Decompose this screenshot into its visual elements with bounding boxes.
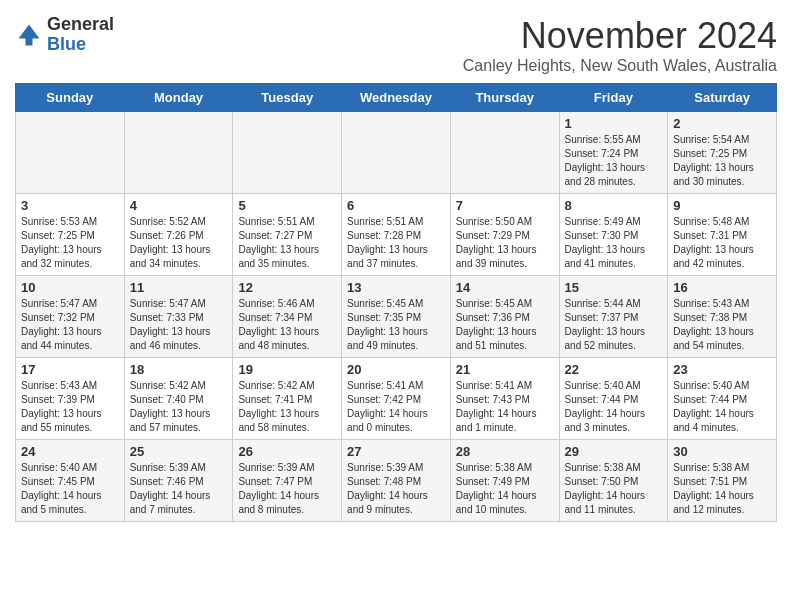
calendar-cell: 22Sunrise: 5:40 AMSunset: 7:44 PMDayligh… (559, 358, 668, 440)
calendar-cell: 11Sunrise: 5:47 AMSunset: 7:33 PMDayligh… (124, 276, 233, 358)
calendar-cell: 27Sunrise: 5:39 AMSunset: 7:48 PMDayligh… (342, 440, 451, 522)
calendar-cell: 25Sunrise: 5:39 AMSunset: 7:46 PMDayligh… (124, 440, 233, 522)
calendar-table: SundayMondayTuesdayWednesdayThursdayFrid… (15, 83, 777, 522)
weekday-header-row: SundayMondayTuesdayWednesdayThursdayFrid… (16, 84, 777, 112)
weekday-header: Wednesday (342, 84, 451, 112)
calendar-cell (342, 112, 451, 194)
logo-text: General Blue (47, 15, 114, 55)
day-info: Sunrise: 5:49 AMSunset: 7:30 PMDaylight:… (565, 215, 663, 271)
title-block: November 2024 Canley Heights, New South … (463, 15, 777, 75)
day-info: Sunrise: 5:44 AMSunset: 7:37 PMDaylight:… (565, 297, 663, 353)
day-number: 2 (673, 116, 771, 131)
calendar-cell: 3Sunrise: 5:53 AMSunset: 7:25 PMDaylight… (16, 194, 125, 276)
day-number: 9 (673, 198, 771, 213)
day-info: Sunrise: 5:45 AMSunset: 7:36 PMDaylight:… (456, 297, 554, 353)
page-header: General Blue November 2024 Canley Height… (15, 15, 777, 75)
day-number: 19 (238, 362, 336, 377)
calendar-cell: 13Sunrise: 5:45 AMSunset: 7:35 PMDayligh… (342, 276, 451, 358)
day-number: 28 (456, 444, 554, 459)
month-title: November 2024 (463, 15, 777, 57)
day-info: Sunrise: 5:54 AMSunset: 7:25 PMDaylight:… (673, 133, 771, 189)
calendar-cell: 24Sunrise: 5:40 AMSunset: 7:45 PMDayligh… (16, 440, 125, 522)
calendar-cell: 23Sunrise: 5:40 AMSunset: 7:44 PMDayligh… (668, 358, 777, 440)
day-number: 7 (456, 198, 554, 213)
day-info: Sunrise: 5:51 AMSunset: 7:27 PMDaylight:… (238, 215, 336, 271)
calendar-cell: 8Sunrise: 5:49 AMSunset: 7:30 PMDaylight… (559, 194, 668, 276)
calendar-cell: 30Sunrise: 5:38 AMSunset: 7:51 PMDayligh… (668, 440, 777, 522)
day-info: Sunrise: 5:46 AMSunset: 7:34 PMDaylight:… (238, 297, 336, 353)
day-info: Sunrise: 5:40 AMSunset: 7:44 PMDaylight:… (673, 379, 771, 435)
weekday-header: Sunday (16, 84, 125, 112)
day-info: Sunrise: 5:43 AMSunset: 7:39 PMDaylight:… (21, 379, 119, 435)
calendar-cell: 15Sunrise: 5:44 AMSunset: 7:37 PMDayligh… (559, 276, 668, 358)
calendar-cell: 20Sunrise: 5:41 AMSunset: 7:42 PMDayligh… (342, 358, 451, 440)
day-number: 1 (565, 116, 663, 131)
day-number: 26 (238, 444, 336, 459)
day-number: 12 (238, 280, 336, 295)
day-number: 5 (238, 198, 336, 213)
day-info: Sunrise: 5:41 AMSunset: 7:43 PMDaylight:… (456, 379, 554, 435)
logo-general: General (47, 14, 114, 34)
calendar-week-row: 24Sunrise: 5:40 AMSunset: 7:45 PMDayligh… (16, 440, 777, 522)
calendar-week-row: 1Sunrise: 5:55 AMSunset: 7:24 PMDaylight… (16, 112, 777, 194)
calendar-cell: 6Sunrise: 5:51 AMSunset: 7:28 PMDaylight… (342, 194, 451, 276)
day-number: 16 (673, 280, 771, 295)
weekday-header: Friday (559, 84, 668, 112)
logo-blue: Blue (47, 34, 86, 54)
day-info: Sunrise: 5:51 AMSunset: 7:28 PMDaylight:… (347, 215, 445, 271)
day-number: 25 (130, 444, 228, 459)
logo-icon (15, 21, 43, 49)
day-info: Sunrise: 5:39 AMSunset: 7:46 PMDaylight:… (130, 461, 228, 517)
calendar-cell: 26Sunrise: 5:39 AMSunset: 7:47 PMDayligh… (233, 440, 342, 522)
calendar-cell: 2Sunrise: 5:54 AMSunset: 7:25 PMDaylight… (668, 112, 777, 194)
svg-marker-0 (19, 24, 40, 45)
day-number: 22 (565, 362, 663, 377)
day-number: 20 (347, 362, 445, 377)
day-info: Sunrise: 5:41 AMSunset: 7:42 PMDaylight:… (347, 379, 445, 435)
calendar-cell: 16Sunrise: 5:43 AMSunset: 7:38 PMDayligh… (668, 276, 777, 358)
weekday-header: Monday (124, 84, 233, 112)
day-info: Sunrise: 5:42 AMSunset: 7:41 PMDaylight:… (238, 379, 336, 435)
day-info: Sunrise: 5:42 AMSunset: 7:40 PMDaylight:… (130, 379, 228, 435)
calendar-cell: 21Sunrise: 5:41 AMSunset: 7:43 PMDayligh… (450, 358, 559, 440)
calendar-cell: 1Sunrise: 5:55 AMSunset: 7:24 PMDaylight… (559, 112, 668, 194)
day-number: 11 (130, 280, 228, 295)
day-number: 6 (347, 198, 445, 213)
day-info: Sunrise: 5:43 AMSunset: 7:38 PMDaylight:… (673, 297, 771, 353)
day-number: 3 (21, 198, 119, 213)
day-info: Sunrise: 5:40 AMSunset: 7:45 PMDaylight:… (21, 461, 119, 517)
day-number: 15 (565, 280, 663, 295)
day-number: 10 (21, 280, 119, 295)
day-number: 14 (456, 280, 554, 295)
day-info: Sunrise: 5:38 AMSunset: 7:49 PMDaylight:… (456, 461, 554, 517)
day-number: 24 (21, 444, 119, 459)
calendar-cell: 12Sunrise: 5:46 AMSunset: 7:34 PMDayligh… (233, 276, 342, 358)
location-subtitle: Canley Heights, New South Wales, Austral… (463, 57, 777, 75)
day-info: Sunrise: 5:55 AMSunset: 7:24 PMDaylight:… (565, 133, 663, 189)
calendar-cell (450, 112, 559, 194)
calendar-cell: 18Sunrise: 5:42 AMSunset: 7:40 PMDayligh… (124, 358, 233, 440)
logo: General Blue (15, 15, 114, 55)
day-number: 30 (673, 444, 771, 459)
weekday-header: Tuesday (233, 84, 342, 112)
calendar-cell: 7Sunrise: 5:50 AMSunset: 7:29 PMDaylight… (450, 194, 559, 276)
day-number: 27 (347, 444, 445, 459)
calendar-cell (16, 112, 125, 194)
day-info: Sunrise: 5:39 AMSunset: 7:48 PMDaylight:… (347, 461, 445, 517)
day-info: Sunrise: 5:45 AMSunset: 7:35 PMDaylight:… (347, 297, 445, 353)
calendar-cell: 5Sunrise: 5:51 AMSunset: 7:27 PMDaylight… (233, 194, 342, 276)
day-info: Sunrise: 5:38 AMSunset: 7:50 PMDaylight:… (565, 461, 663, 517)
calendar-cell: 19Sunrise: 5:42 AMSunset: 7:41 PMDayligh… (233, 358, 342, 440)
calendar-cell: 9Sunrise: 5:48 AMSunset: 7:31 PMDaylight… (668, 194, 777, 276)
day-number: 21 (456, 362, 554, 377)
calendar-week-row: 3Sunrise: 5:53 AMSunset: 7:25 PMDaylight… (16, 194, 777, 276)
day-number: 8 (565, 198, 663, 213)
day-number: 29 (565, 444, 663, 459)
weekday-header: Thursday (450, 84, 559, 112)
calendar-cell: 10Sunrise: 5:47 AMSunset: 7:32 PMDayligh… (16, 276, 125, 358)
calendar-cell: 29Sunrise: 5:38 AMSunset: 7:50 PMDayligh… (559, 440, 668, 522)
calendar-cell: 14Sunrise: 5:45 AMSunset: 7:36 PMDayligh… (450, 276, 559, 358)
day-info: Sunrise: 5:52 AMSunset: 7:26 PMDaylight:… (130, 215, 228, 271)
calendar-cell: 28Sunrise: 5:38 AMSunset: 7:49 PMDayligh… (450, 440, 559, 522)
calendar-cell (233, 112, 342, 194)
